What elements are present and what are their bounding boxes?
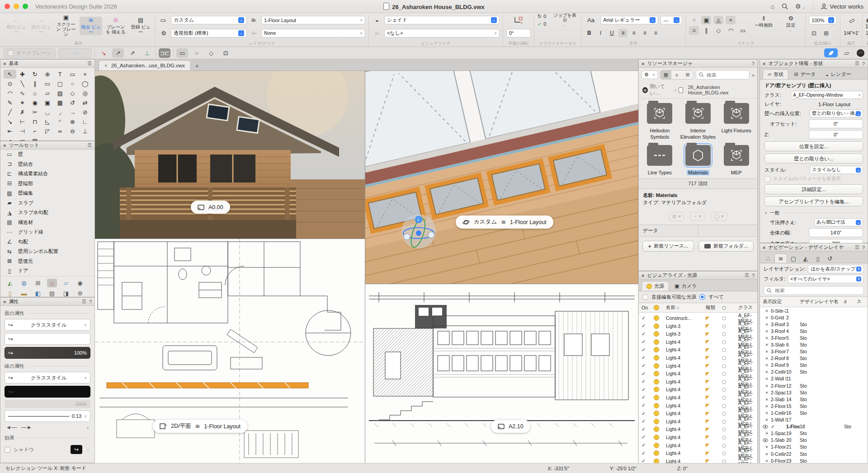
toolset-category-icon[interactable]: ▯ <box>5 289 15 298</box>
viewport-3d-render[interactable]: A0.00 <box>95 71 365 239</box>
layer-icon[interactable]: ≋⌄ <box>249 16 259 24</box>
viewport-elevation[interactable]: A2.10 <box>365 284 639 464</box>
object-info-header[interactable]: × オブジェクト情報 - 形状 ☰ ? <box>760 60 868 68</box>
snap-pause-button[interactable]: ‖一時無効 <box>752 15 775 36</box>
close-icon[interactable]: × <box>642 273 644 278</box>
fill-class-style-dropdown[interactable]: ↪クラススタイル∨ <box>5 319 90 331</box>
overall-width-field[interactable]: 14'0" <box>809 228 863 237</box>
close-icon[interactable]: × <box>3 61 6 66</box>
tool-icon[interactable]: ⇤ <box>4 126 16 136</box>
navigation-tab-icon[interactable]: ◭ <box>800 254 811 263</box>
tool-icon[interactable]: ◸ <box>41 126 54 136</box>
col-visibility[interactable]: 表示設定 <box>763 299 786 305</box>
menu-icon[interactable]: ☰ <box>87 142 92 148</box>
tool-icon[interactable]: ▣ <box>41 98 54 107</box>
toolset-category-icon[interactable]: ⌂ <box>47 279 57 287</box>
plan-rotation-icon[interactable]: Yx <box>514 16 524 24</box>
resource-folder[interactable]: Heliodon Symbols <box>641 103 679 140</box>
hidden-x-icon[interactable]: × <box>763 417 771 422</box>
zoom-window-button[interactable] <box>23 4 28 9</box>
light-on-check[interactable]: ✓ <box>642 363 654 369</box>
light-row[interactable]: ✓ Light-4 ◤ ⬡ A_EF-MEP-L <box>639 352 757 361</box>
scale-value[interactable]: 1/4"=1' <box>844 30 859 36</box>
light-row[interactable]: ✓ Light-4 ◤ ⬡ A_EF-MEP-L <box>639 416 757 424</box>
layer-row[interactable]: × ✓ 2-Ceiling 10 Sto <box>760 369 868 375</box>
tab-data[interactable]: ⊟データ <box>789 70 820 79</box>
line-style-dropdown[interactable]: ---⌄ <box>660 16 682 24</box>
col-layer-name[interactable]: デザインレイヤ名 <box>800 299 844 305</box>
resource-folder[interactable]: Line Types <box>641 145 679 176</box>
tool-icon[interactable]: ∿ <box>16 89 29 98</box>
tool-icon[interactable]: ▭ <box>66 70 79 79</box>
viewport-2d-plan[interactable]: 2D/平面 ≋ 1-Floor Layout <box>95 239 365 464</box>
layer-row[interactable]: × ✓ 3-Roof Structure 4 Sto <box>760 328 868 334</box>
tool-icon[interactable]: ▭ <box>41 79 54 88</box>
toolset-category-icon[interactable]: ⚙ <box>75 289 85 298</box>
text-format-button[interactable]: Aa⌄ <box>585 16 598 24</box>
tool-icon[interactable]: ⊢ <box>16 117 29 126</box>
bold-button[interactable]: B <box>585 29 594 37</box>
toolset-category-icon[interactable]: ◧ <box>33 289 43 298</box>
light-row[interactable]: ✓ Light-4 ◤ ⬡ A_EF-MEP-L <box>639 432 757 440</box>
detail-view-button[interactable]: ⊞ <box>682 70 693 79</box>
insert-position-dropdown[interactable]: 壁との取り合い - 挿入…⌄ <box>810 109 863 117</box>
toolset-palette-header[interactable]: × ツールセット ☰ <box>0 141 94 150</box>
view-style-icon[interactable]: ▭⌄ <box>159 16 169 24</box>
lasso-selection-icon[interactable]: ○ <box>191 48 203 58</box>
tab-camera[interactable]: ▣カメラ <box>670 281 701 291</box>
preview-shape-button[interactable]: ◔ ∨ <box>690 212 704 221</box>
line-color-swatch[interactable]: ↪ <box>5 386 90 398</box>
quick-render-button[interactable] <box>824 48 838 57</box>
layer-row[interactable]: × ✓ 2-Floor Structure 15 Sto <box>760 403 868 409</box>
close-icon[interactable]: × <box>3 143 6 148</box>
resource-search-input[interactable] <box>706 72 739 78</box>
general-section[interactable]: ∨一般 <box>764 210 863 216</box>
layer-row[interactable]: × ✓ 2-Floor Layout 12 Sto <box>760 382 868 389</box>
light-on-check[interactable]: ✓ <box>642 418 654 424</box>
viewbar-eye-icon[interactable]: ◉ <box>866 17 868 23</box>
tool-icon[interactable]: ⌂ <box>28 89 41 98</box>
tool-icon[interactable]: T <box>54 70 66 79</box>
menu-icon[interactable]: ☰ <box>855 61 859 66</box>
layer-row[interactable]: × ✓ 1-Floor Layout 18 Sto <box>760 423 868 430</box>
hidden-x-icon[interactable]: × <box>763 308 771 314</box>
navigation-tab-icon[interactable]: ▯ <box>812 254 824 263</box>
tool-icon[interactable]: ▢ <box>54 79 66 88</box>
marker-end-icon[interactable]: —► <box>21 424 32 431</box>
light-row[interactable]: ✓ Light-3 ◤ ⬡ A_EF-MEP-L <box>639 321 757 329</box>
view-style-dropdown[interactable]: カスタム⌄ <box>171 16 247 24</box>
camera-path-button[interactable]: ▱⌄ <box>841 48 853 58</box>
automatic-plane-mode-icon[interactable]: ⊥ <box>141 48 153 58</box>
snap-mode-icon[interactable]: ◇ <box>713 26 723 35</box>
hidden-x-icon[interactable]: × <box>763 369 771 375</box>
layer-search[interactable] <box>764 286 864 295</box>
viewport-caption-elevation[interactable]: A2.10 <box>491 420 530 433</box>
toolset-item[interactable]: ∠ 勾配 <box>0 237 94 247</box>
font-dropdown[interactable]: Arial レギュラー⌄ <box>600 16 658 24</box>
light-row[interactable]: ✓ Light-4 ◤ ⬡ A_EF-MEP-L <box>639 440 757 448</box>
menu-icon[interactable]: ☰ <box>82 299 86 304</box>
snap-mode-icon[interactable]: ▭ <box>738 26 748 35</box>
resource-folder[interactable]: Materials <box>679 145 717 176</box>
radio-editable-lights[interactable] <box>642 294 648 300</box>
rotation-angle-field[interactable]: 0° <box>506 29 531 37</box>
tool-icon[interactable]: ▦ <box>54 98 66 107</box>
tool-icon[interactable]: ⊗ <box>66 117 79 126</box>
toolset-item[interactable]: ⊐ 壁結合 <box>0 159 94 169</box>
tool-icon[interactable]: → <box>66 108 79 117</box>
hidden-x-icon[interactable]: × <box>763 328 771 334</box>
class-options-icon[interactable]: ⁘⌄ <box>249 29 259 37</box>
light-row[interactable]: ✓ Light-4 ◤ ⬡ A_EF-MEP-L <box>639 408 757 416</box>
toolset-category-icon[interactable]: ▤ <box>47 289 57 298</box>
resource-search[interactable] <box>696 70 750 80</box>
autoplane-toggle[interactable]: オートプレーン <box>4 48 56 58</box>
snap-mode-icon[interactable]: ▣ <box>701 16 711 24</box>
tool-icon[interactable]: ⊣ <box>16 126 29 136</box>
toolset-item[interactable]: ▤ 構造材 <box>0 218 94 228</box>
light-on-check[interactable]: ✓ <box>642 394 654 400</box>
render-style-dropdown[interactable]: <なし>∨ <box>384 29 500 37</box>
tool-icon[interactable]: ↺ <box>66 98 79 107</box>
new-folder-button[interactable]: 新規フォルダ... <box>698 241 754 252</box>
render-mode-dropdown[interactable]: シェイド⌄ <box>384 16 500 24</box>
hidden-x-icon[interactable]: × <box>763 349 771 354</box>
